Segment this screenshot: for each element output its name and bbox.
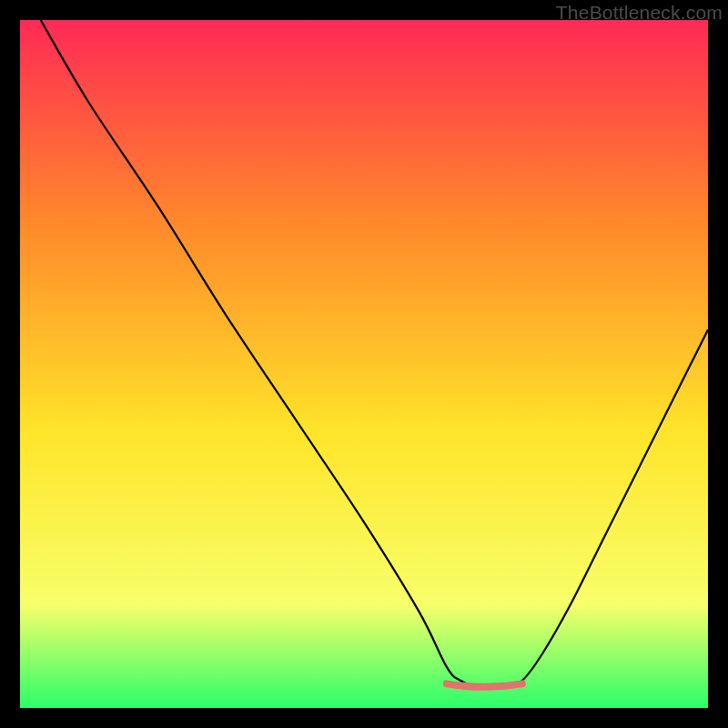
watermark-text: TheBottleneck.com	[556, 2, 723, 24]
valley-highlight	[447, 683, 522, 687]
gradient-background	[20, 20, 708, 708]
chart-svg	[20, 20, 708, 708]
chart-frame	[20, 20, 708, 708]
